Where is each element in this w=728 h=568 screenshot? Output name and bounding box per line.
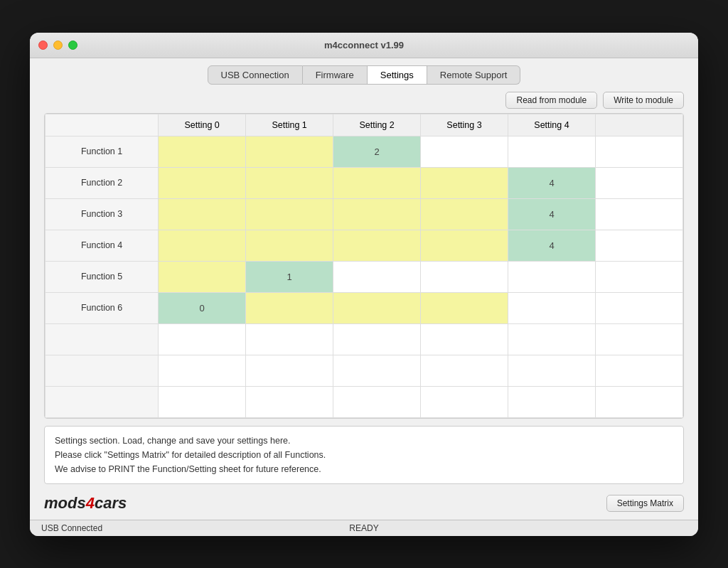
cell-f6-s3[interactable]: [421, 292, 508, 323]
empty-cell: [333, 386, 421, 417]
footer: mods4cars Settings Matrix: [30, 490, 698, 520]
close-button[interactable]: [38, 41, 48, 50]
col-header-setting4: Setting 4: [508, 114, 596, 136]
application-window: m4cconnect v1.99 USB Connection Firmware…: [30, 33, 698, 536]
cell-f6-extra: [595, 292, 682, 323]
cell-f4-s4[interactable]: 4: [508, 230, 596, 261]
logo-4: 4: [86, 494, 95, 512]
cell-f4-s3[interactable]: [421, 230, 508, 261]
cell-f1-s4[interactable]: [508, 136, 596, 167]
empty-row-label: [46, 386, 159, 417]
cell-f3-s3[interactable]: [421, 198, 508, 230]
cell-f2-s2[interactable]: [333, 167, 421, 198]
info-line3: We advise to PRINT the Function/Setting …: [55, 462, 673, 476]
empty-cell: [595, 355, 682, 386]
cell-f5-s1[interactable]: 1: [246, 261, 333, 292]
empty-cell: [159, 323, 246, 355]
cell-f6-s4[interactable]: [508, 292, 596, 323]
empty-cell: [421, 355, 508, 386]
cell-f5-extra: [595, 261, 682, 292]
write-to-module-button[interactable]: Write to module: [603, 92, 684, 109]
col-header-setting2: Setting 2: [333, 114, 421, 136]
row-label-function1: Function 1: [46, 136, 159, 167]
cell-f4-extra: [595, 230, 682, 261]
col-header-setting1: Setting 1: [246, 114, 333, 136]
table-row: Function 1 2: [46, 136, 683, 167]
tab-firmware[interactable]: Firmware: [303, 65, 368, 85]
empty-cell: [159, 355, 246, 386]
tab-remote-support[interactable]: Remote Support: [427, 65, 521, 85]
cell-f3-s4[interactable]: 4: [508, 198, 596, 230]
tab-usb-connection[interactable]: USB Connection: [208, 65, 303, 85]
cell-f6-s0[interactable]: 0: [159, 292, 246, 323]
cell-f5-s4[interactable]: [508, 261, 596, 292]
tab-settings[interactable]: Settings: [368, 65, 427, 85]
empty-cell: [508, 355, 596, 386]
settings-panel: Setting 0 Setting 1 Setting 2 Setting 3 …: [44, 113, 684, 419]
cell-f4-s0[interactable]: [159, 230, 246, 261]
cell-f5-s3[interactable]: [421, 261, 508, 292]
col-header-setting0: Setting 0: [159, 114, 246, 136]
cell-f3-s1[interactable]: [246, 198, 333, 230]
logo-text: mods4cars: [44, 494, 127, 512]
cell-f4-s1[interactable]: [246, 230, 333, 261]
minimize-button[interactable]: [53, 41, 63, 50]
cell-f2-s3[interactable]: [421, 167, 508, 198]
maximize-button[interactable]: [68, 41, 77, 50]
cell-f2-s4[interactable]: 4: [508, 167, 596, 198]
cell-f1-s2[interactable]: 2: [333, 136, 421, 167]
row-label-function2: Function 2: [46, 167, 159, 198]
cell-f6-s1[interactable]: [246, 292, 333, 323]
row-label-function5: Function 5: [46, 261, 159, 292]
cell-f1-s0[interactable]: [159, 136, 246, 167]
cell-f2-s1[interactable]: [246, 167, 333, 198]
empty-cell: [508, 386, 596, 417]
window-title: m4cconnect v1.99: [324, 40, 404, 50]
empty-cell: [421, 386, 508, 417]
row-label-function4: Function 4: [46, 230, 159, 261]
status-bar: USB Connected READY: [30, 520, 698, 536]
table-row-empty: [46, 323, 683, 355]
mods4cars-logo: mods4cars: [44, 494, 127, 513]
cell-f5-s0[interactable]: [159, 261, 246, 292]
logo-mods: mods: [44, 494, 86, 512]
tab-bar: USB Connection Firmware Settings Remote …: [30, 58, 698, 85]
title-bar: m4cconnect v1.99: [30, 33, 698, 58]
cell-f1-s3[interactable]: [421, 136, 508, 167]
empty-cell: [246, 355, 333, 386]
row-label-function6: Function 6: [46, 292, 159, 323]
read-from-module-button[interactable]: Read from module: [505, 92, 597, 109]
status-usb: USB Connected: [41, 523, 257, 533]
logo-cars: cars: [95, 494, 127, 512]
cell-f2-s0[interactable]: [159, 167, 246, 198]
cell-f1-extra: [595, 136, 682, 167]
row-label-function3: Function 3: [46, 198, 159, 230]
info-section: Settings section. Load, change and save …: [44, 426, 684, 484]
table-row-empty: [46, 355, 683, 386]
empty-row-label: [46, 323, 159, 355]
info-line2: Please click "Settings Matrix" for detai…: [55, 448, 673, 462]
cell-f2-extra: [595, 167, 682, 198]
info-line1: Settings section. Load, change and save …: [55, 434, 673, 448]
cell-f6-s2[interactable]: [333, 292, 421, 323]
settings-matrix-button[interactable]: Settings Matrix: [606, 495, 684, 512]
status-ready: READY: [257, 523, 472, 533]
cell-f1-s1[interactable]: [246, 136, 333, 167]
col-header-setting3: Setting 3: [421, 114, 508, 136]
empty-cell: [508, 323, 596, 355]
empty-row-label: [46, 355, 159, 386]
traffic-lights: [38, 41, 77, 50]
empty-cell: [595, 386, 682, 417]
col-header-extra: [595, 114, 682, 136]
table-row-empty: [46, 386, 683, 417]
empty-cell: [595, 323, 682, 355]
empty-cell: [246, 323, 333, 355]
cell-f3-extra: [595, 198, 682, 230]
action-bar: Read from module Write to module: [30, 85, 698, 113]
cell-f3-s2[interactable]: [333, 198, 421, 230]
cell-f4-s2[interactable]: [333, 230, 421, 261]
table-row: Function 5 1: [46, 261, 683, 292]
cell-f5-s2[interactable]: [333, 261, 421, 292]
empty-cell: [333, 355, 421, 386]
cell-f3-s0[interactable]: [159, 198, 246, 230]
